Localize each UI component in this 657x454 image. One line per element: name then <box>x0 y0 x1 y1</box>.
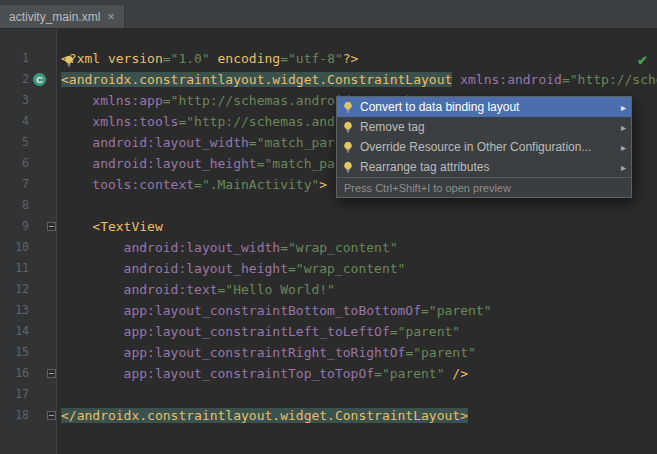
code-token: > <box>319 177 327 192</box>
gutter-cell: 10 <box>0 237 57 258</box>
line-number: 5 <box>0 132 29 153</box>
gutter-cell: 13 <box>0 300 57 321</box>
code-line[interactable]: 16 app:layout_constraintTop_toTopOf="par… <box>0 363 657 384</box>
gutter-cell: 18 <box>0 405 57 426</box>
code-line[interactable]: 2C<androidx.constraintlayout.widget.Cons… <box>0 69 657 90</box>
line-number: 10 <box>0 237 29 258</box>
code-token: tools:context <box>61 177 194 192</box>
line-number: 8 <box>0 195 29 216</box>
bulb-icon <box>342 141 355 153</box>
gutter-cell: 15 <box>0 342 57 363</box>
gutter-cell: 14 <box>0 321 57 342</box>
code-token: ="http://schemas.android.com/apk/res/and… <box>562 72 657 87</box>
line-number: 16 <box>0 363 29 384</box>
line-number: 15 <box>0 342 29 363</box>
line-number: 12 <box>0 279 29 300</box>
gutter-cell: 7 <box>0 174 57 195</box>
code-line[interactable]: 13 app:layout_constraintBottom_toBottomO… <box>0 300 657 321</box>
code-token: xmlns:tools <box>61 114 178 129</box>
line-number: 6 <box>0 153 29 174</box>
line-number: 1 <box>0 48 29 69</box>
code-token: <androidx.constraintlayout.widget.Constr… <box>61 72 452 87</box>
code-line[interactable]: 1<?xml version="1.0" encoding="utf-8"?> <box>0 48 657 69</box>
gutter-cell: 3 <box>0 90 57 111</box>
popup-menu-item[interactable]: Rearrange tag attributes▸ <box>337 157 631 177</box>
gutter-cell: 6 <box>0 153 57 174</box>
code-line[interactable]: 11 android:layout_height="wrap_content" <box>0 258 657 279</box>
code-token: app:layout_constraintBottom_toBottomOf <box>61 303 421 318</box>
code-text: <androidx.constraintlayout.widget.Constr… <box>57 69 657 90</box>
menu-item-label: Remove tag <box>360 120 615 134</box>
android-studio-window: activity_main.xml × 1<?xml version="1.0"… <box>0 0 657 454</box>
fold-marker-icon[interactable] <box>47 411 56 420</box>
code-token: ="wrap_content" <box>288 261 405 276</box>
menu-item-label: Convert to data binding layout <box>360 100 615 114</box>
submenu-arrow-icon: ▸ <box>621 102 626 113</box>
fold-marker-icon[interactable] <box>47 369 56 378</box>
code-token: android:layout_width <box>61 240 280 255</box>
popup-menu-item[interactable]: Override Resource in Other Configuration… <box>337 137 631 157</box>
code-token: <?xml version <box>61 51 163 66</box>
submenu-arrow-icon: ▸ <box>621 162 626 173</box>
code-token: xmlns:android <box>452 72 562 87</box>
code-token: =".MainActivity" <box>194 177 319 192</box>
code-line[interactable]: 12 android:text="Hello World!" <box>0 279 657 300</box>
code-token: android:layout_width <box>61 135 249 150</box>
code-token: ?> <box>343 51 359 66</box>
code-text: android:layout_width="wrap_content" <box>57 237 657 258</box>
bulb-icon <box>342 161 355 173</box>
submenu-arrow-icon: ▸ <box>621 142 626 153</box>
code-token: xmlns:app <box>61 93 163 108</box>
class-gutter-icon[interactable]: C <box>33 73 46 86</box>
gutter-cell: 8 <box>0 195 57 216</box>
tab-activity-main-xml[interactable]: activity_main.xml × <box>0 5 125 28</box>
code-line[interactable]: 14 app:layout_constraintLeft_toLeftOf="p… <box>0 321 657 342</box>
gutter-cell: 17 <box>0 384 57 405</box>
code-token: ="parent" <box>390 324 460 339</box>
gutter-cell: 11 <box>0 258 57 279</box>
code-line[interactable]: 17 <box>0 384 657 405</box>
code-line[interactable]: 9 <TextView <box>0 216 657 237</box>
bulb-icon <box>342 121 355 133</box>
line-number: 9 <box>0 216 29 237</box>
code-token: app:layout_constraintTop_toTopOf <box>61 366 374 381</box>
inspections-ok-icon[interactable]: ✔ <box>637 53 648 68</box>
code-token: android:text <box>61 282 218 297</box>
gutter-cell: 4 <box>0 111 57 132</box>
editor-tab-bar: activity_main.xml × <box>0 0 657 29</box>
popup-menu-item[interactable]: Convert to data binding layout▸ <box>337 97 631 117</box>
intention-actions-popup: Convert to data binding layout▸Remove ta… <box>336 96 632 198</box>
code-text: <?xml version="1.0" encoding="utf-8"?> <box>57 48 657 69</box>
fold-marker-icon[interactable] <box>47 222 56 231</box>
code-token: android:layout_height <box>61 261 288 276</box>
close-icon[interactable]: × <box>107 10 115 23</box>
intention-bulb-icon[interactable] <box>63 52 75 64</box>
code-token: encoding <box>210 51 280 66</box>
code-text: android:text="Hello World!" <box>57 279 657 300</box>
code-text: <TextView <box>57 216 657 237</box>
code-line[interactable]: 15 app:layout_constraintRight_toRightOf=… <box>0 342 657 363</box>
popup-hint: Press Ctrl+Shift+I to open preview <box>337 177 631 197</box>
line-number: 14 <box>0 321 29 342</box>
menu-item-label: Rearrange tag attributes <box>360 160 615 174</box>
line-number: 17 <box>0 384 29 405</box>
menu-item-label: Override Resource in Other Configuration… <box>360 140 615 154</box>
code-line[interactable]: 10 android:layout_width="wrap_content" <box>0 237 657 258</box>
code-token: ="wrap_content" <box>280 240 397 255</box>
code-token: ="1.0" <box>163 51 210 66</box>
gutter-cell: 12 <box>0 279 57 300</box>
code-line[interactable]: 8 <box>0 195 657 216</box>
code-line[interactable]: 18</androidx.constraintlayout.widget.Con… <box>0 405 657 426</box>
popup-items: Convert to data binding layout▸Remove ta… <box>337 97 631 177</box>
code-text: app:layout_constraintTop_toTopOf="parent… <box>57 363 657 384</box>
bulb-icon <box>342 101 355 113</box>
submenu-arrow-icon: ▸ <box>621 122 626 133</box>
line-number: 13 <box>0 300 29 321</box>
code-editor[interactable]: 1<?xml version="1.0" encoding="utf-8"?>2… <box>0 29 657 454</box>
code-text <box>57 384 657 405</box>
gutter-cell: 16 <box>0 363 57 384</box>
popup-menu-item[interactable]: Remove tag▸ <box>337 117 631 137</box>
line-number: 4 <box>0 111 29 132</box>
gutter-cell: 1 <box>0 48 57 69</box>
code-token: ="parent" <box>405 345 475 360</box>
